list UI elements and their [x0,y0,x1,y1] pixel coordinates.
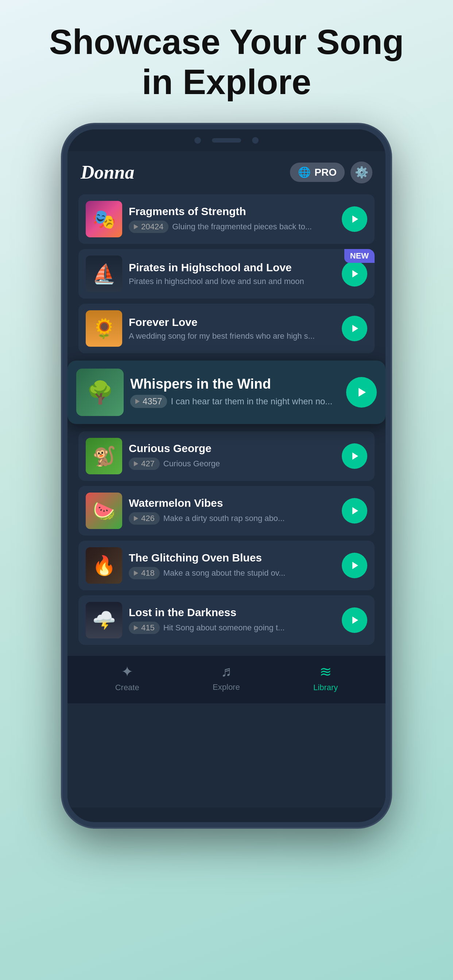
song-desc-pirates: Pirates in highschool and love and sun a… [129,277,304,286]
song-desc-watermelon: Make a dirty south rap song abo... [163,514,285,523]
song-list-2: Curious George 427 Curious George [67,428,386,649]
song-meta-watermelon: 426 Make a dirty south rap song abo... [129,512,335,525]
nav-item-library[interactable]: ≋ Library [313,663,338,692]
play-count-fragments: 20424 [129,221,169,233]
play-icon-tiny-darkness [134,625,138,630]
play-triangle-darkness [353,617,358,624]
nav-item-create[interactable]: ✦ Create [115,663,139,692]
song-title-fragments: Fragments of Strength [129,205,335,218]
play-count-oven: 418 [129,567,160,579]
play-button-fragments[interactable] [342,206,367,232]
play-icon-tiny-watermelon [134,516,138,521]
song-card-george[interactable]: Curious George 427 Curious George [78,431,375,481]
settings-button[interactable]: ⚙️ [351,162,372,183]
play-count-darkness: 415 [129,622,160,634]
song-thumbnail-fragments [86,201,122,237]
nav-label-create: Create [115,683,139,692]
phone-camera [195,137,201,144]
nav-label-explore: Explore [213,682,240,692]
nav-item-explore[interactable]: ♬ Explore [213,663,240,692]
song-card-watermelon[interactable]: Watermelon Vibes 426 Make a dirty south … [78,486,375,536]
play-button-watermelon[interactable] [342,498,367,523]
song-thumbnail-pirates [86,256,122,292]
song-meta-george: 427 Curious George [129,458,335,470]
play-triangle-forever [353,325,358,332]
song-info-forever: Forever Love A wedding song for my best … [129,316,335,341]
play-button-whispers[interactable] [346,377,377,407]
phone-top-bar [67,129,386,151]
song-desc-forever: A wedding song for my best friends who a… [129,331,315,341]
play-icon-tiny-oven [134,571,138,576]
song-meta-oven: 418 Make a song about the stupid ov... [129,567,335,579]
song-meta-whispers: 4357 I can hear tar them in the night wh… [130,395,340,408]
song-meta-forever: A wedding song for my best friends who a… [129,331,335,341]
song-list: Fragments of Strength 20424 Gluing the f… [67,191,386,357]
song-thumbnail-darkness [86,602,122,638]
song-thumbnail-oven [86,547,122,584]
song-info-oven: The Glitching Oven Blues 418 Make a song… [129,552,335,579]
play-icon-tiny-fragments [134,224,138,229]
song-info-george: Curious George 427 Curious George [129,442,335,470]
play-triangle-oven [353,562,358,569]
nav-label-library: Library [313,683,338,692]
song-card-forever[interactable]: Forever Love A wedding song for my best … [78,304,375,353]
globe-icon: 🌐 [298,166,311,178]
phone-speaker [212,138,241,143]
song-desc-whispers: I can hear tar them in the night when no… [171,396,332,407]
pro-badge[interactable]: 🌐 PRO [290,162,345,182]
song-title-whispers: Whispers in the Wind [130,376,340,392]
song-title-forever: Forever Love [129,316,335,328]
song-title-watermelon: Watermelon Vibes [129,497,335,509]
play-button-oven[interactable] [342,553,367,578]
play-triangle-watermelon [353,507,358,514]
play-count-george: 427 [129,458,160,470]
song-card-pirates[interactable]: NEW Pirates in Highschool and Love Pirat… [78,249,375,299]
play-triangle-george [353,452,358,460]
song-card-oven[interactable]: The Glitching Oven Blues 418 Make a song… [78,541,375,590]
library-icon: ≋ [319,663,332,680]
app-header: Donna 🌐 PRO ⚙️ [67,151,386,191]
create-icon: ✦ [121,663,134,680]
play-icon-tiny-george [134,461,138,466]
song-desc-fragments: Gluing the fragmented pieces back to... [172,222,312,232]
song-title-pirates: Pirates in Highschool and Love [129,261,335,274]
phone-frame: Donna 🌐 PRO ⚙️ Fragments of Strength [62,124,391,827]
play-count-watermelon: 426 [129,512,160,525]
song-card-darkness[interactable]: Lost in the Darkness 415 Hit Song about … [78,595,375,645]
new-badge-pirates: NEW [344,249,375,263]
song-desc-darkness: Hit Song about someone going t... [163,623,285,633]
song-info-fragments: Fragments of Strength 20424 Gluing the f… [129,205,335,233]
song-thumbnail-whispers [76,369,124,416]
explore-icon: ♬ [221,663,231,679]
song-card-whispers-featured[interactable]: Whispers in the Wind 4357 I can hear tar… [67,361,386,424]
app-logo: Donna [81,162,134,183]
play-count-whispers: 4357 [130,395,167,408]
page-title: Showcase Your Song in Explore [27,22,426,102]
song-title-oven: The Glitching Oven Blues [129,552,335,564]
song-title-darkness: Lost in the Darkness [129,606,335,619]
header-right: 🌐 PRO ⚙️ [290,162,372,183]
bottom-nav: ✦ Create ♬ Explore ≋ Library [67,656,386,703]
song-info-pirates: Pirates in Highschool and Love Pirates i… [129,261,335,286]
song-thumbnail-forever [86,310,122,347]
play-button-darkness[interactable] [342,608,367,633]
play-button-forever[interactable] [342,316,367,341]
play-icon-tiny-whispers [135,399,140,404]
song-info-darkness: Lost in the Darkness 415 Hit Song about … [129,606,335,634]
song-info-whispers: Whispers in the Wind 4357 I can hear tar… [130,376,340,408]
play-triangle-whispers [359,388,366,397]
song-thumbnail-watermelon [86,493,122,529]
play-triangle-fragments [353,215,358,223]
song-desc-george: Curious George [163,459,220,468]
song-title-george: Curious George [129,442,335,455]
song-card-fragments[interactable]: Fragments of Strength 20424 Gluing the f… [78,194,375,244]
song-desc-oven: Make a song about the stupid ov... [163,568,286,578]
song-thumbnail-george [86,438,122,474]
song-meta-pirates: Pirates in highschool and love and sun a… [129,277,335,286]
play-button-pirates[interactable] [342,261,367,286]
song-meta-darkness: 415 Hit Song about someone going t... [129,622,335,634]
phone-camera-right [252,137,258,144]
song-info-watermelon: Watermelon Vibes 426 Make a dirty south … [129,497,335,525]
play-triangle-pirates [353,270,358,277]
play-button-george[interactable] [342,443,367,469]
